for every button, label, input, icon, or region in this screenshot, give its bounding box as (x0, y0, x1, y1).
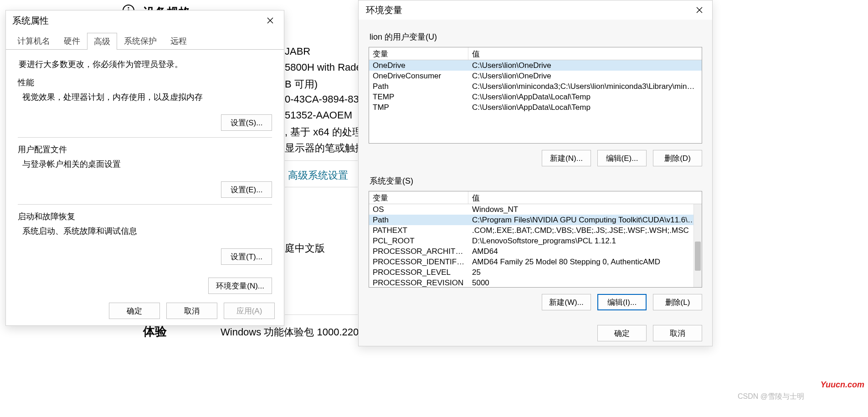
cell-var: OS (369, 205, 468, 214)
admin-intro-text: 要进行大多数更改，你必须作为管理员登录。 (19, 59, 272, 70)
table-row[interactable]: OneDriveConsumerC:\Users\lion\OneDrive (369, 71, 702, 81)
table-row[interactable]: PCL_ROOTD:\LenovoSoftstore_programs\PCL … (369, 236, 702, 246)
tab-system-protection[interactable]: 系统保护 (117, 32, 164, 49)
performance-title: 性能 (18, 77, 272, 88)
environment-variables-dialog: 环境变量 lion 的用户变量(U) 变量 值 OneDriveC:\Users… (358, 0, 713, 346)
cell-var: OneDrive (369, 61, 468, 70)
table-row[interactable]: TEMPC:\Users\lion\AppData\Local\Temp (369, 92, 702, 102)
user-new-button[interactable]: 新建(N)... (542, 150, 591, 166)
cell-var: PROCESSOR_IDENTIFIER (369, 257, 468, 267)
col-value[interactable]: 值 (468, 191, 702, 204)
system-variables-label: 系统变量(S) (370, 175, 702, 186)
table-row[interactable]: TMPC:\Users\lion\AppData\Local\Temp (369, 102, 702, 113)
cell-val: C:\Users\lion\OneDrive (468, 72, 702, 81)
cell-val: 25 (468, 268, 702, 277)
bg-frag: , 基于 x64 的处理 (285, 125, 362, 139)
close-button[interactable] (260, 13, 280, 28)
cell-var: PATHEXT (369, 226, 468, 235)
performance-desc: 视觉效果，处理器计划，内存使用，以及虚拟内存 (22, 92, 272, 103)
bg-frag: 51352-AAOEM (285, 109, 352, 121)
system-variables-list[interactable]: 变量 值 OSWindows_NTPathC:\Program Files\NV… (369, 191, 702, 288)
bg-frag: B 可用) (285, 77, 318, 91)
table-row[interactable]: OSWindows_NT (369, 204, 702, 215)
user-profile-settings-button[interactable]: 设置(E)... (221, 181, 272, 198)
cell-val: D:\LenovoSoftstore_programs\PCL 1.12.1 (468, 237, 702, 246)
col-value[interactable]: 值 (468, 47, 702, 60)
experience-heading: 体验 (143, 324, 167, 340)
cell-val: C:\Users\lion\AppData\Local\Temp (468, 93, 702, 102)
cell-var: PROCESSOR_LEVEL (369, 268, 468, 277)
cell-val: AMD64 (468, 247, 702, 256)
table-row[interactable]: PathC:\Users\lion\miniconda3;C:\Users\li… (369, 81, 702, 92)
yuucn-watermark: Yuucn.com (821, 380, 864, 390)
startup-recovery-title: 启动和故障恢复 (18, 211, 272, 222)
table-row[interactable]: PROCESSOR_ARCHITECTUREAMD64 (369, 246, 702, 257)
system-properties-dialog: 系统属性 计算机名 硬件 高级 系统保护 远程 要进行大多数更改，你必须作为管理… (5, 10, 284, 326)
table-row[interactable]: PathC:\Program Files\NVIDIA GPU Computin… (369, 215, 702, 225)
col-variable[interactable]: 变量 (369, 191, 468, 204)
table-row[interactable]: PATHEXT.COM;.EXE;.BAT;.CMD;.VBS;.VBE;.JS… (369, 225, 702, 236)
cell-val: C:\Program Files\NVIDIA GPU Computing To… (468, 216, 702, 225)
bg-divider (285, 314, 358, 315)
table-row[interactable]: PROCESSOR_LEVEL25 (369, 267, 702, 278)
list-header: 变量 值 (369, 47, 702, 60)
apply-button[interactable]: 应用(A) (224, 303, 275, 319)
cell-var: PROCESSOR_ARCHITECTURE (369, 247, 468, 256)
experience-value: Windows 功能体验包 1000.220 (221, 325, 359, 339)
cell-val: .COM;.EXE;.BAT;.CMD;.VBS;.VBE;.JS;.JSE;.… (468, 226, 702, 235)
user-profile-title: 用户配置文件 (18, 144, 272, 155)
tab-computer-name[interactable]: 计算机名 (10, 32, 57, 49)
cell-var: PROCESSOR_REVISION (369, 278, 468, 288)
user-variables-label: lion 的用户变量(U) (370, 31, 702, 42)
close-icon (267, 17, 273, 24)
bg-divider (285, 187, 358, 187)
cancel-button[interactable]: 取消 (653, 325, 702, 341)
list-header: 变量 值 (369, 191, 702, 204)
close-icon (696, 7, 703, 13)
cancel-button[interactable]: 取消 (166, 303, 217, 319)
dialog-title: 系统属性 (12, 15, 49, 27)
titlebar: 环境变量 (359, 0, 712, 20)
bg-frag: 庭中文版 (285, 242, 325, 255)
cell-val: 5000 (468, 278, 702, 288)
user-delete-button[interactable]: 删除(D) (653, 150, 702, 166)
table-row[interactable]: OneDriveC:\Users\lion\OneDrive (369, 60, 702, 71)
environment-variables-button[interactable]: 环境变量(N)... (208, 278, 272, 294)
cell-val: Windows_NT (468, 205, 702, 214)
bg-frag: 0-43CA-9894-83 (285, 93, 359, 105)
divider (18, 204, 272, 205)
tab-hardware[interactable]: 硬件 (57, 32, 87, 49)
dialog-title: 环境变量 (366, 4, 402, 16)
table-row[interactable]: PROCESSOR_IDENTIFIERAMD64 Family 25 Mode… (369, 257, 702, 267)
cell-val: C:\Users\lion\miniconda3;C:\Users\lion\m… (468, 82, 702, 91)
cell-var: Path (369, 82, 468, 91)
system-new-button[interactable]: 新建(W)... (542, 294, 591, 310)
scrollbar[interactable] (693, 204, 702, 287)
bg-frag: 显示器的笔或触控 (285, 141, 365, 155)
close-button[interactable] (689, 2, 709, 18)
table-row[interactable]: PROCESSOR_REVISION5000 (369, 278, 702, 288)
csdn-watermark: CSDN @雪陵与士明 (738, 392, 804, 402)
tab-remote[interactable]: 远程 (164, 32, 194, 49)
user-edit-button[interactable]: 编辑(E)... (597, 150, 647, 166)
advanced-system-settings-link[interactable]: 高级系统设置 (288, 169, 348, 182)
cell-var: PCL_ROOT (369, 237, 468, 246)
divider (18, 137, 272, 138)
ok-button[interactable]: 确定 (109, 303, 160, 319)
user-profile-desc: 与登录帐户相关的桌面设置 (22, 159, 272, 170)
cell-val: AMD64 Family 25 Model 80 Stepping 0, Aut… (468, 257, 702, 267)
startup-recovery-settings-button[interactable]: 设置(T)... (221, 248, 272, 265)
cell-var: OneDriveConsumer (369, 72, 468, 81)
performance-settings-button[interactable]: 设置(S)... (221, 114, 272, 131)
ok-button[interactable]: 确定 (597, 325, 647, 341)
system-delete-button[interactable]: 删除(L) (653, 294, 702, 310)
cell-var: Path (369, 216, 468, 225)
col-variable[interactable]: 变量 (369, 47, 468, 60)
user-variables-list[interactable]: 变量 值 OneDriveC:\Users\lion\OneDriveOneDr… (369, 47, 702, 144)
bg-frag: 5800H with Rade (285, 62, 362, 73)
scrollbar-thumb[interactable] (695, 242, 701, 271)
system-edit-button[interactable]: 编辑(I)... (597, 294, 647, 310)
svg-point-1 (128, 7, 129, 8)
cell-val: C:\Users\lion\OneDrive (468, 61, 702, 70)
tab-advanced[interactable]: 高级 (87, 33, 117, 50)
